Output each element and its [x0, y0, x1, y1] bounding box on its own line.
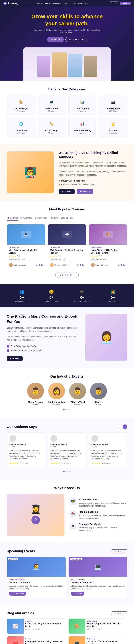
category-marketing[interactable]: 📢 Sale & Marketing 5 Courses — [68, 118, 97, 137]
finance-count: 6 Courses — [102, 132, 125, 134]
category-art[interactable]: ✏️ Art & Design 7 Courses — [38, 118, 66, 137]
get-started-button[interactable]: Get Started — [47, 37, 64, 42]
event-desc-2: Education that provides educational cons… — [71, 585, 125, 590]
tab-data-science[interactable]: Data Science — [61, 216, 73, 221]
coaching-image: 👨‍🏫 — [7, 152, 54, 193]
event-join-2[interactable]: Join Event — [71, 592, 84, 596]
nav-pricing[interactable]: Pricing — [85, 2, 91, 5]
test-dot-3[interactable] — [69, 471, 71, 472]
blog-cat-2: Brand Identity — [87, 620, 126, 622]
category-dev[interactable]: 💻 Development 9 Courses — [38, 96, 66, 115]
blog-card-3[interactable]: ❤️ Life Style Changing Lives and Giving … — [7, 636, 66, 644]
explore-btn-wrap: Explore Courses — [7, 272, 127, 278]
course-meta-2: 12 Lesson 4h 50 22 — [50, 258, 84, 260]
platform-feature-1-text: Easy Online Learning Platform — [11, 345, 38, 348]
browse-courses-button[interactable]: Browse Courses — [65, 37, 87, 42]
tab-all-courses[interactable]: All Courses — [7, 216, 18, 221]
expert-name-kimberly: Kimberly Walker — [48, 401, 65, 404]
hero-image-container — [10, 47, 124, 81]
dot-1[interactable] — [63, 409, 65, 410]
nav-shop[interactable]: Shop — [63, 2, 68, 5]
categories-section: Explore Our Categories 🎨 UX/UI Design 4 … — [0, 81, 134, 144]
finance-icon: 💰 — [110, 121, 116, 128]
event-card-2[interactable]: Expert Meetup 💻 Developer Meetup Develop… — [68, 556, 127, 598]
book-shop-button[interactable]: Book Shop — [59, 189, 75, 194]
testimonials-next[interactable]: › — [123, 424, 127, 429]
category-photo[interactable]: 📷 Photography 12 Courses — [99, 96, 127, 115]
check-icon-1: ✓ — [7, 345, 9, 348]
signup-button[interactable]: Sign Up — [120, 2, 131, 5]
expert-avatar-mario: 👨 — [27, 382, 44, 399]
hero-heading: Grow your skills to advanceyour career p… — [10, 13, 124, 27]
hero-image — [24, 47, 110, 81]
course-body-3: UX/UI Design Learn Figma - UI/UX Design … — [89, 244, 127, 269]
uxui-icon: 🎨 — [18, 99, 24, 106]
category-net[interactable]: 🌐 Networking 8 Courses — [7, 118, 35, 137]
tab-development[interactable]: Development — [35, 216, 47, 221]
course-meta-1: 16 Lesson 6h 30 13 — [9, 258, 43, 260]
events-view-all[interactable]: View All Event — [111, 550, 127, 553]
nav-courses[interactable]: Courses — [44, 2, 51, 5]
blog-view-all[interactable]: View All Event — [111, 612, 127, 615]
art-name: Art & Design — [40, 129, 63, 132]
marketing-icon: 📢 — [79, 121, 86, 128]
platform-book-shop-button[interactable]: Book Shop — [7, 356, 23, 361]
nav-instructors[interactable]: Instructors — [53, 2, 61, 5]
nav-home[interactable]: Home — [37, 2, 42, 5]
why-image: 👩‍🎓 ? — [7, 494, 64, 536]
event-join-1[interactable]: Join Workshop — [9, 592, 27, 596]
test-dot-1[interactable] — [63, 471, 65, 472]
course-title-1: Web Development with PHP & Laravel — [9, 249, 43, 254]
platform-feature-1: ✓ Easy Online Learning Platform — [7, 344, 79, 348]
test-name-1: Courtney Henry — [9, 444, 43, 446]
stat-programs: 🎓 0+ Academic Programs — [74, 290, 90, 302]
why-title: Why Choose Us — [7, 486, 127, 490]
testimonial-1: Courtney Henry Student Education that pr… — [7, 432, 45, 467]
nav-contact[interactable]: Contact — [70, 2, 76, 5]
course-card-2[interactable]: ☁️ Development AWS Solutions Architect A… — [48, 224, 86, 269]
blog-card-2[interactable]: 🎨 Brand Identity How to Design a Memorab… — [68, 618, 127, 634]
tab-uxui[interactable]: UX/UI Design — [21, 216, 33, 221]
blog-title-3: Changing Lives and Giving Choices For Ev… — [25, 640, 64, 644]
blog-cat-3: Life Style — [25, 638, 64, 640]
test-rating-3: ★★★★★ — [91, 462, 101, 464]
test-role-3: Student — [91, 446, 125, 448]
why-icon-3: 🎓 — [70, 523, 76, 530]
svg-text:💻: 💻 — [24, 232, 28, 236]
tab-marketing[interactable]: Marketing — [49, 216, 58, 221]
stat-satisfaction-label: Satisfaction Rate — [45, 300, 58, 302]
read-more-button[interactable]: Read More — [77, 189, 93, 194]
blog-cat-1: Marketing — [25, 620, 64, 622]
course-card-1[interactable]: 💻 Development Web Development with PHP &… — [7, 224, 45, 269]
why-feature-1-desc: Education that provides educational cons… — [79, 502, 127, 507]
explore-courses-button[interactable]: Explore Courses — [55, 272, 79, 278]
blog-card-4[interactable]: 🖥️ Technology Get Techs HTML5 JS Tutoria… — [68, 636, 127, 644]
course-cat-3: UX/UI Design — [91, 246, 125, 248]
event-body-1: Our Free Workshops Our Free Workshops Ed… — [7, 577, 66, 598]
expert-avatar-kimberly: 👩 — [48, 382, 65, 399]
stat-satisfaction-value: 0+ — [45, 296, 58, 300]
category-uxui[interactable]: 🎨 UX/UI Design 4 Courses — [7, 96, 35, 115]
dot-2[interactable] — [66, 409, 68, 410]
course-card-3[interactable]: 🎨 UX/UI Design Learn Figma - UI/UX Desig… — [89, 224, 127, 269]
test-avatar-1 — [9, 435, 16, 442]
dot-3[interactable] — [69, 409, 71, 410]
event-body-2: Developer Meetup Developer Meetup 2023 E… — [69, 577, 127, 598]
event-card-1[interactable]: Free Event 👨‍💼 Our Free Workshops Our Fr… — [7, 556, 66, 598]
test-dot-2[interactable] — [66, 471, 68, 472]
blog-title-2: How to Design a Memorable Brand Identity — [87, 622, 126, 628]
blog-card-1[interactable]: 📈 Marketing 6 Great Marketing Trends To … — [7, 618, 66, 634]
net-count: 8 Courses — [9, 132, 32, 134]
coaching-desc2: Consulting services for student clients … — [59, 170, 127, 177]
data-count: 3 Courses — [71, 110, 94, 112]
category-data[interactable]: 📊 Data Science 3 Courses — [68, 96, 97, 115]
categories-grid: 🎨 UX/UI Design 4 Courses 💻 Development 9… — [7, 96, 127, 137]
expert-name-gilberto: Gilberto Ward — [69, 401, 86, 404]
events-header: Upcoming Events View All Event — [7, 549, 127, 553]
category-finance[interactable]: 💰 Finance 6 Courses — [99, 118, 127, 137]
login-button[interactable]: Login — [110, 1, 119, 5]
nav-pages[interactable]: Pages — [78, 2, 83, 5]
testimonials-prev[interactable]: ‹ — [116, 424, 121, 429]
coaching-feature-2: Course Certificate for particular Course — [59, 183, 127, 186]
blog-thumb-3: ❤️ — [7, 636, 24, 644]
